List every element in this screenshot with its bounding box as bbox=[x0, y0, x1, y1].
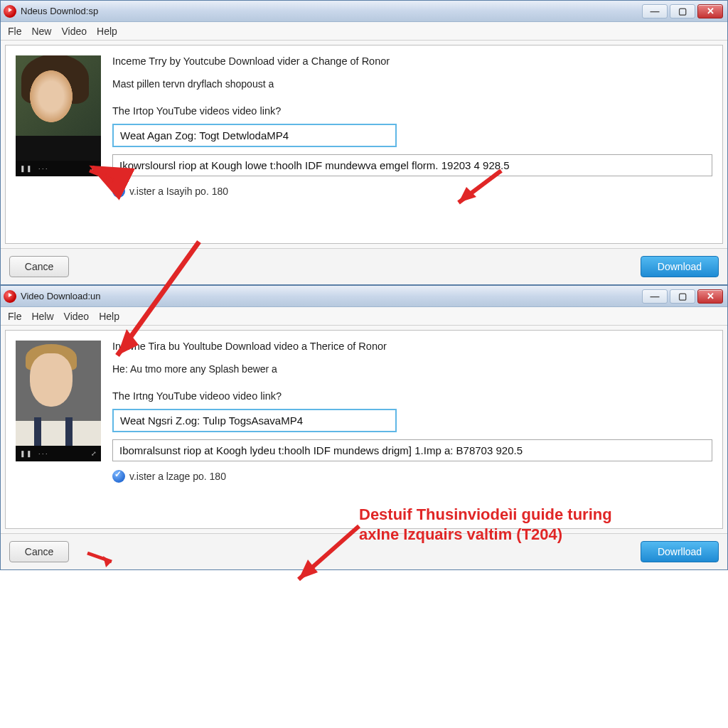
form-fields: Inceme Trry by Youtcube Download vider a… bbox=[112, 55, 712, 230]
menu-new[interactable]: New bbox=[31, 26, 51, 37]
annotation-text: Destuif Thusinviodeìi guide turingaxIne … bbox=[359, 505, 679, 544]
thumbnail-image bbox=[16, 55, 101, 161]
download-button[interactable]: Download bbox=[641, 256, 719, 277]
window-title: Video Download:un bbox=[21, 291, 642, 301]
option-label: v.ister a Isayih po. 180 bbox=[129, 186, 228, 197]
window-controls: — ▢ ✕ bbox=[642, 289, 723, 304]
window-title: Ndeus Downlod:sp bbox=[21, 6, 642, 16]
fullscreen-icon[interactable]: ⤢ bbox=[91, 450, 97, 457]
cancel-button[interactable]: Cance bbox=[9, 541, 69, 562]
pause-icon[interactable]: ❚❚ bbox=[20, 165, 33, 172]
app-icon bbox=[4, 5, 16, 18]
titlebar[interactable]: Video Download:un — ▢ ✕ bbox=[1, 286, 727, 307]
titlebar[interactable]: Ndeus Downlod:sp — ▢ ✕ bbox=[1, 1, 727, 22]
minimize-button[interactable]: — bbox=[642, 4, 668, 18]
url-prompt-label: The Irtng YouTube videoo video link? bbox=[112, 390, 712, 402]
window-controls: — ▢ ✕ bbox=[642, 4, 723, 18]
time-text: · · · bbox=[38, 165, 48, 172]
menu-file[interactable]: Fle bbox=[8, 26, 21, 37]
menu-bar: Fle New Video Help bbox=[1, 22, 727, 41]
check-icon bbox=[112, 470, 125, 483]
thumbnail-image bbox=[16, 341, 101, 446]
thumbnail-column: ❚❚ · · · ⤢ bbox=[16, 341, 101, 515]
time-text: · · · bbox=[38, 450, 48, 457]
maximize-button[interactable]: ▢ bbox=[670, 289, 695, 304]
format-input[interactable] bbox=[112, 409, 397, 432]
video-thumbnail[interactable]: ❚❚ · · · ⤢ bbox=[16, 55, 101, 176]
app-window-1: Ndeus Downlod:sp — ▢ ✕ Fle New Video Hel… bbox=[0, 0, 728, 285]
menu-bar: Fle Helw Video Help bbox=[1, 307, 727, 326]
format-input[interactable] bbox=[112, 124, 397, 147]
menu-helw[interactable]: Helw bbox=[31, 311, 53, 322]
video-title-text: Inowne Tira bu Youltube Download video a… bbox=[112, 341, 712, 352]
thumbnail-controls[interactable]: ❚❚ · · · ⤢ bbox=[16, 446, 101, 461]
menu-video[interactable]: Video bbox=[61, 26, 87, 37]
maximize-button[interactable]: ▢ bbox=[670, 4, 695, 18]
pause-icon[interactable]: ❚❚ bbox=[20, 450, 33, 457]
url-prompt-label: The Irtop YouTube videos video link? bbox=[112, 105, 712, 117]
close-button[interactable]: ✕ bbox=[697, 289, 723, 304]
close-button[interactable]: ✕ bbox=[697, 4, 723, 18]
menu-file[interactable]: Fle bbox=[8, 311, 21, 322]
option-row[interactable]: v.ister a lzage po. 180 bbox=[112, 470, 712, 483]
video-subtitle-text: Mast pillen tervn dryflach shopoust a bbox=[112, 78, 712, 90]
content-area: ❚❚ · · · ⤢ Inowne Tira bu Youltube Downl… bbox=[5, 330, 723, 529]
menu-help[interactable]: Help bbox=[99, 311, 119, 322]
check-icon bbox=[112, 185, 125, 198]
thumbnail-column: ❚❚ · · · ⤢ bbox=[16, 55, 101, 230]
option-label: v.ister a lzage po. 180 bbox=[129, 471, 226, 482]
menu-help[interactable]: Help bbox=[97, 26, 117, 37]
thumbnail-controls[interactable]: ❚❚ · · · ⤢ bbox=[16, 161, 101, 176]
fullscreen-icon[interactable]: ⤢ bbox=[91, 165, 97, 172]
path-input[interactable] bbox=[112, 154, 712, 176]
cancel-button[interactable]: Cance bbox=[9, 256, 69, 277]
menu-video[interactable]: Video bbox=[64, 311, 90, 322]
video-subtitle-text: He: Au tmo more any Splash bewer a bbox=[112, 363, 712, 375]
app-icon bbox=[4, 290, 16, 303]
option-row[interactable]: v.ister a Isayih po. 180 bbox=[112, 185, 712, 198]
button-bar: Cance Download bbox=[1, 248, 727, 284]
content-area: ❚❚ · · · ⤢ Inceme Trry by Youtcube Downl… bbox=[5, 45, 723, 244]
video-thumbnail[interactable]: ❚❚ · · · ⤢ bbox=[16, 341, 101, 461]
path-input[interactable] bbox=[112, 439, 712, 461]
download-button[interactable]: Dowrlload bbox=[641, 541, 719, 562]
form-fields: Inowne Tira bu Youltube Download video a… bbox=[112, 341, 712, 515]
minimize-button[interactable]: — bbox=[642, 289, 668, 304]
video-title-text: Inceme Trry by Youtcube Download vider a… bbox=[112, 55, 712, 67]
